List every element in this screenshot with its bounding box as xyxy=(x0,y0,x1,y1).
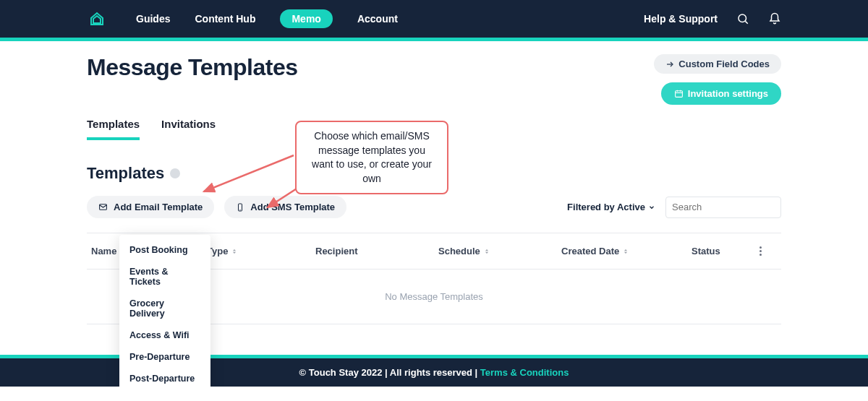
search-input[interactable] xyxy=(672,202,793,212)
column-type[interactable]: Type xyxy=(207,243,315,259)
column-created-date[interactable]: Created Date xyxy=(561,243,692,259)
add-email-template-button[interactable]: Add Email Template xyxy=(87,196,214,218)
svg-rect-3 xyxy=(675,91,682,98)
sort-icon xyxy=(622,248,629,255)
search-box[interactable] xyxy=(665,197,781,218)
nav-account[interactable]: Account xyxy=(357,13,398,25)
footer-terms-link[interactable]: Terms & Conditions xyxy=(480,367,569,378)
help-support-link[interactable]: Help & Support xyxy=(644,13,718,25)
nav-guides[interactable]: Guides xyxy=(136,13,170,25)
mail-icon xyxy=(98,202,108,212)
table-menu-button[interactable] xyxy=(757,243,765,259)
email-template-type-menu: Post Booking Events & Tickets Grocery De… xyxy=(119,235,210,387)
help-circle-icon[interactable] xyxy=(170,168,180,178)
arrow-right-icon xyxy=(665,60,674,69)
custom-field-codes-button[interactable]: Custom Field Codes xyxy=(654,54,781,74)
sort-icon xyxy=(483,248,490,255)
dropdown-item-access-wifi[interactable]: Access & Wifi xyxy=(119,324,210,346)
page-title: Message Templates xyxy=(87,54,297,81)
footer-rights: All rights reserved xyxy=(390,367,472,378)
custom-field-codes-label: Custom Field Codes xyxy=(678,59,770,69)
svg-line-1 xyxy=(745,21,747,23)
column-recipient[interactable]: Recipient xyxy=(315,243,438,259)
nav-content-hub[interactable]: Content Hub xyxy=(195,13,255,25)
sort-icon xyxy=(231,248,238,255)
dropdown-item-grocery-delivery[interactable]: Grocery Delivery xyxy=(119,293,210,324)
dropdown-item-events-tickets[interactable]: Events & Tickets xyxy=(119,261,210,293)
top-nav: Guides Content Hub Memo Account Help & S… xyxy=(0,0,868,38)
section-title: Templates xyxy=(87,164,164,183)
svg-point-0 xyxy=(739,14,746,22)
calendar-icon xyxy=(674,89,684,98)
column-schedule[interactable]: Schedule xyxy=(438,243,561,259)
tab-templates[interactable]: Templates xyxy=(87,118,140,140)
logo-icon[interactable] xyxy=(87,9,107,29)
search-icon[interactable] xyxy=(736,12,749,25)
tab-invitations[interactable]: Invitations xyxy=(161,118,216,140)
nav-memo[interactable]: Memo xyxy=(280,9,332,28)
phone-icon xyxy=(236,202,244,212)
footer-copyright: © Touch Stay 2022 xyxy=(299,367,383,378)
filter-by-active[interactable]: Filtered by Active xyxy=(567,202,655,212)
dropdown-item-post-booking[interactable]: Post Booking xyxy=(119,239,210,261)
bell-icon[interactable] xyxy=(768,12,781,25)
dropdown-item-post-departure[interactable]: Post-Departure xyxy=(119,368,210,387)
invitation-settings-label: Invitation settings xyxy=(688,88,768,99)
chevron-down-icon xyxy=(648,204,655,211)
add-email-template-label: Add Email Template xyxy=(114,202,203,212)
filter-label: Filtered by Active xyxy=(567,202,645,212)
annotation-callout: Choose which email/SMS message templates… xyxy=(295,121,448,194)
dropdown-item-pre-departure[interactable]: Pre-Departure xyxy=(119,346,210,368)
invitation-settings-button[interactable]: Invitation settings xyxy=(661,82,781,105)
column-status[interactable]: Status xyxy=(692,243,757,259)
